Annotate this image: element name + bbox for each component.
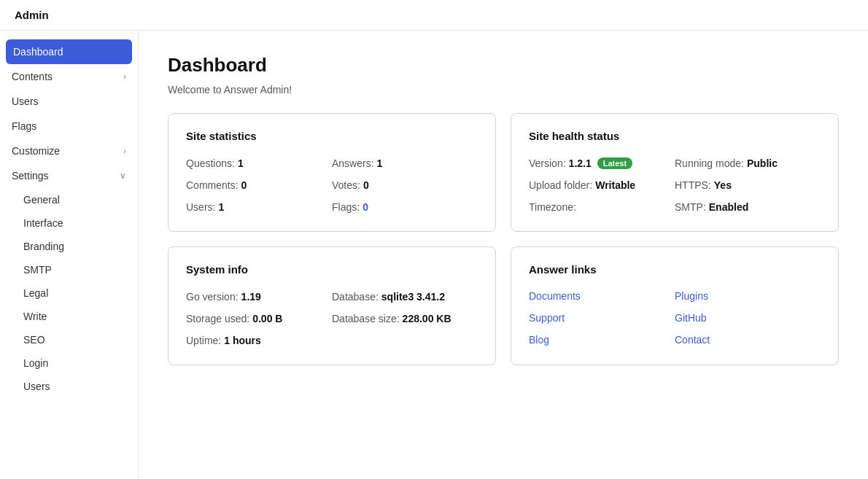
chevron-right-icon: › [123, 71, 126, 82]
sysinfo-grid: Go version: 1.19 Database: sqlite3 3.41.… [186, 289, 478, 348]
sidebar-item-label: Customize [12, 145, 60, 157]
sidebar-item-branding[interactable]: Branding [0, 235, 138, 258]
sysinfo-db-size: Database size: 228.00 KB [332, 311, 478, 327]
sidebar-item-legal[interactable]: Legal [0, 281, 138, 305]
site-health-title: Site health status [529, 130, 821, 142]
link-documents[interactable]: Documents [529, 289, 675, 303]
page-title: Dashboard [168, 54, 839, 77]
stat-flags: Flags: 0 [332, 199, 478, 215]
comments-value: 0 [241, 179, 247, 191]
sidebar-item-label: Interface [23, 217, 63, 229]
storage-value: 0.00 B [252, 313, 282, 324]
uptime-value: 1 hours [224, 335, 261, 346]
sidebar-item-label: Login [23, 357, 48, 369]
sidebar-item-interface[interactable]: Interface [0, 211, 138, 235]
uptime-label: Uptime: [186, 335, 221, 346]
smtp-label: SMTP: [675, 201, 706, 213]
site-stats-title: Site statistics [186, 130, 478, 142]
flags-value: 0 [363, 201, 368, 213]
sidebar-item-settings[interactable]: Settings ∨ [0, 163, 138, 188]
welcome-text: Welcome to Answer Admin! [168, 84, 839, 96]
health-https: HTTPS: Yes [675, 177, 821, 193]
sidebar: Dashboard Contents › Users Flags Customi… [0, 31, 139, 479]
answer-links-card: Answer links Documents Plugins Support G… [511, 246, 839, 365]
upload-folder-value: Writable [595, 179, 635, 191]
sysinfo-storage: Storage used: 0.00 B [186, 311, 332, 327]
sidebar-item-label: Users [12, 96, 39, 107]
cards-grid: Site statistics Questions: 1 Answers: 1 … [168, 113, 839, 365]
sidebar-item-label: Flags [12, 120, 36, 132]
version-label: Version: [529, 157, 566, 169]
stat-answers: Answers: 1 [332, 155, 478, 171]
users-label: Users: [186, 201, 215, 213]
votes-value: 0 [363, 179, 369, 191]
comments-label: Comments: [186, 179, 239, 191]
go-version-label: Go version: [186, 291, 239, 303]
answer-links-title: Answer links [529, 263, 821, 276]
sysinfo-database: Database: sqlite3 3.41.2 [332, 289, 478, 305]
sidebar-item-customize[interactable]: Customize › [0, 139, 138, 163]
link-plugins[interactable]: Plugins [675, 289, 821, 303]
topbar: Admin [0, 0, 868, 31]
chevron-down-icon: ∨ [120, 171, 126, 181]
running-mode-label: Running mode: [675, 157, 744, 169]
answers-value: 1 [377, 157, 383, 169]
flags-label: Flags: [332, 201, 360, 213]
sidebar-item-dashboard[interactable]: Dashboard [6, 39, 132, 64]
health-upload-folder: Upload folder: Writable [529, 177, 675, 193]
health-version: Version: 1.2.1 Latest [529, 155, 675, 171]
links-grid: Documents Plugins Support GitHub Blog Co… [529, 289, 821, 347]
sidebar-item-write[interactable]: Write [0, 305, 138, 328]
health-smtp: SMTP: Enabled [675, 199, 821, 215]
sidebar-item-smtp[interactable]: SMTP [0, 258, 138, 281]
running-mode-value: Public [747, 157, 778, 169]
sidebar-item-label: Settings [12, 170, 49, 182]
sidebar-item-label: General [23, 194, 60, 206]
sidebar-item-label: SMTP [23, 264, 52, 276]
sidebar-item-contents[interactable]: Contents › [0, 64, 138, 89]
database-value: sqlite3 3.41.2 [381, 291, 445, 303]
health-running-mode: Running mode: Public [675, 155, 821, 171]
link-contact[interactable]: Contact [675, 332, 821, 347]
users-value: 1 [218, 201, 224, 213]
questions-label: Questions: [186, 157, 235, 169]
stat-users: Users: 1 [186, 199, 332, 215]
system-info-title: System info [186, 263, 478, 276]
database-label: Database: [332, 291, 379, 303]
db-size-label: Database size: [332, 313, 400, 324]
questions-value: 1 [238, 157, 244, 169]
votes-label: Votes: [332, 179, 360, 191]
sidebar-item-login[interactable]: Login [0, 351, 138, 375]
sidebar-item-general[interactable]: General [0, 188, 138, 211]
link-blog[interactable]: Blog [529, 332, 675, 347]
sidebar-item-label: SEO [23, 334, 45, 346]
smtp-value: Enabled [709, 201, 748, 213]
stat-questions: Questions: 1 [186, 155, 332, 171]
answers-label: Answers: [332, 157, 374, 169]
sidebar-item-users-sub[interactable]: Users [0, 375, 138, 398]
sidebar-item-label: Branding [23, 241, 64, 252]
link-support[interactable]: Support [529, 311, 675, 325]
sidebar-item-label: Legal [23, 287, 48, 299]
sidebar-item-seo[interactable]: SEO [0, 328, 138, 351]
version-value: 1.2.1 [569, 157, 592, 169]
chevron-right-icon: › [123, 146, 126, 156]
sidebar-item-flags[interactable]: Flags [0, 114, 138, 139]
version-badge: Latest [597, 157, 632, 169]
sidebar-item-label: Contents [12, 71, 53, 82]
stat-votes: Votes: 0 [332, 177, 478, 193]
stats-grid: Questions: 1 Answers: 1 Comments: 0 Vote… [186, 155, 478, 215]
sidebar-item-label: Users [23, 381, 50, 392]
sysinfo-uptime: Uptime: 1 hours [186, 332, 332, 348]
main-content: Dashboard Welcome to Answer Admin! Site … [139, 31, 868, 479]
link-github[interactable]: GitHub [675, 311, 821, 325]
stat-comments: Comments: 0 [186, 177, 332, 193]
sidebar-item-users[interactable]: Users [0, 89, 138, 114]
https-value: Yes [714, 179, 732, 191]
sidebar-item-label: Dashboard [13, 46, 63, 58]
sidebar-item-label: Write [23, 311, 47, 322]
system-info-card: System info Go version: 1.19 Database: s… [168, 246, 496, 365]
app-title: Admin [15, 9, 49, 21]
https-label: HTTPS: [675, 179, 711, 191]
go-version-value: 1.19 [241, 291, 261, 303]
